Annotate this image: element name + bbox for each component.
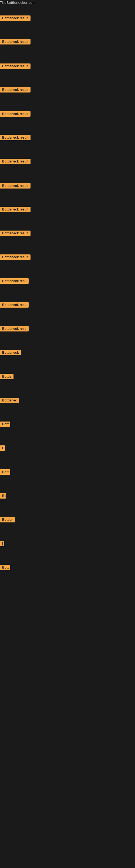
bottleneck-badge-21: Bo [0,493,6,499]
site-header: TheBottlenecker.com [0,0,135,5]
bottleneck-badge-13: Bottleneck resu [0,302,29,308]
bottleneck-result-item-16: Bottle [0,374,13,380]
bottleneck-result-item-15: Bottleneck [0,350,21,356]
bottleneck-result-item-24: Bott [0,565,10,571]
bottleneck-badge-23: | [0,541,4,546]
bottleneck-badge-10: Bottleneck result [0,230,31,236]
bottleneck-badge-18: Bott [0,422,10,427]
bottleneck-result-item-23: | [0,541,4,547]
bottleneck-badge-5: Bottleneck result [0,111,31,117]
bottleneck-badge-3: Bottleneck result [0,63,31,69]
bottleneck-badge-17: Bottlenec [0,398,19,403]
bottleneck-result-item-1: Bottleneck result [0,16,31,22]
bottleneck-result-item-5: Bottleneck result [0,111,31,118]
bottleneck-badge-14: Bottleneck resu [0,326,29,332]
site-title: TheBottlenecker.com [0,0,36,6]
bottleneck-badge-24: Bott [0,565,10,570]
bottleneck-badge-8: Bottleneck result [0,183,31,188]
bottleneck-result-item-4: Bottleneck result [0,87,31,94]
bottleneck-badge-20: Bott [0,469,10,475]
bottleneck-result-item-8: Bottleneck result [0,183,31,190]
bottleneck-badge-7: Bottleneck result [0,159,31,164]
bottleneck-badge-4: Bottleneck result [0,87,31,93]
bottleneck-result-item-11: Bottleneck result [0,254,31,261]
bottleneck-badge-1: Bottleneck result [0,16,31,21]
bottleneck-result-item-17: Bottlenec [0,398,19,404]
bottleneck-result-item-20: Bott [0,469,10,476]
bottleneck-result-item-19: B [0,445,5,452]
bottleneck-badge-11: Bottleneck result [0,254,31,260]
bottleneck-result-item-18: Bott [0,422,10,428]
bottleneck-badge-19: B [0,445,5,451]
bottleneck-result-item-13: Bottleneck resu [0,302,29,309]
bottleneck-badge-6: Bottleneck result [0,135,31,140]
bottleneck-result-item-3: Bottleneck result [0,63,31,70]
bottleneck-badge-16: Bottle [0,374,13,379]
bottleneck-result-item-6: Bottleneck result [0,135,31,141]
bottleneck-badge-2: Bottleneck result [0,39,31,44]
bottleneck-badge-15: Bottleneck [0,350,21,355]
bottleneck-result-item-9: Bottleneck result [0,207,31,213]
bottleneck-result-item-10: Bottleneck result [0,230,31,237]
bottleneck-result-item-14: Bottleneck resu [0,326,29,333]
bottleneck-result-item-7: Bottleneck result [0,159,31,165]
bottleneck-result-item-2: Bottleneck result [0,39,31,45]
bottleneck-badge-12: Bottleneck resu [0,278,29,284]
bottleneck-badge-22: Bottlen [0,517,15,522]
bottleneck-result-item-21: Bo [0,493,6,500]
bottleneck-result-item-22: Bottlen [0,517,15,524]
bottleneck-result-item-12: Bottleneck resu [0,278,29,285]
bottleneck-badge-9: Bottleneck result [0,207,31,212]
